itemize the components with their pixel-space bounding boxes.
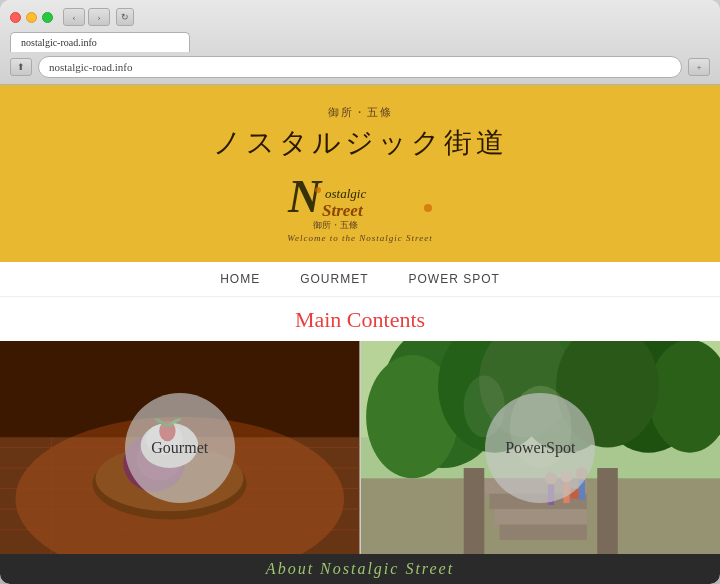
svg-rect-40 bbox=[463, 468, 484, 554]
close-button[interactable] bbox=[10, 12, 21, 23]
gourmet-label[interactable]: Gourmet bbox=[125, 393, 235, 503]
svg-text:N: N bbox=[287, 171, 323, 222]
website-content: 御所・五條 ノスタルジック街道 N ostalgic Street 御所・五條 bbox=[0, 85, 720, 584]
tab-bar: nostalgic-road.info bbox=[0, 32, 720, 52]
main-contents-title: Main Contents bbox=[0, 297, 720, 341]
svg-point-3 bbox=[315, 187, 321, 193]
main-contents-section: Main Contents bbox=[0, 297, 720, 554]
nav-gourmet[interactable]: GOURMET bbox=[300, 272, 368, 286]
browser-chrome: ‹ › ↻ nostalgic-road.info ⬆ nostalgic-ro… bbox=[0, 0, 720, 85]
minimize-button[interactable] bbox=[26, 12, 37, 23]
browser-window: ‹ › ↻ nostalgic-road.info ⬆ nostalgic-ro… bbox=[0, 0, 720, 584]
share-button[interactable]: ⬆ bbox=[10, 58, 32, 76]
powerspot-label[interactable]: PowerSpot bbox=[485, 393, 595, 503]
site-nav: HOME GOURMET POWER SPOT bbox=[0, 262, 720, 297]
traffic-lights bbox=[10, 12, 53, 23]
svg-text:Street: Street bbox=[322, 201, 364, 220]
nav-home[interactable]: HOME bbox=[220, 272, 260, 286]
bookmark-button[interactable]: + bbox=[688, 58, 710, 76]
logo-area: N ostalgic Street 御所・五條 Welcome to the N… bbox=[20, 170, 700, 243]
url-text: nostalgic-road.info bbox=[49, 61, 132, 73]
about-section: About Nostalgic Street bbox=[0, 554, 720, 584]
powerspot-image-item[interactable]: PowerSpot bbox=[361, 341, 721, 554]
site-subtitle: 御所・五條 bbox=[20, 105, 700, 120]
welcome-text: Welcome to the Nostalgic Street bbox=[287, 233, 432, 243]
site-title: ノスタルジック街道 bbox=[20, 124, 700, 162]
address-bar-row: ⬆ nostalgic-road.info + bbox=[0, 52, 720, 84]
svg-rect-39 bbox=[499, 525, 586, 540]
active-tab[interactable]: nostalgic-road.info bbox=[10, 32, 190, 52]
about-title: About Nostalgic Street bbox=[266, 560, 454, 578]
svg-rect-41 bbox=[597, 468, 618, 554]
logo-svg: N ostalgic Street 御所・五條 bbox=[280, 170, 440, 230]
gourmet-image-item[interactable]: Gourmet bbox=[0, 341, 360, 554]
svg-point-4 bbox=[424, 204, 432, 212]
back-button[interactable]: ‹ bbox=[63, 8, 85, 26]
forward-button[interactable]: › bbox=[88, 8, 110, 26]
address-bar[interactable]: nostalgic-road.info bbox=[38, 56, 682, 78]
nav-items: HOME GOURMET POWER SPOT bbox=[0, 272, 720, 286]
content-images: Gourmet bbox=[0, 341, 720, 554]
nav-buttons: ‹ › bbox=[63, 8, 110, 26]
svg-rect-38 bbox=[494, 509, 586, 524]
reload-button[interactable]: ↻ bbox=[116, 8, 134, 26]
nav-power-spot[interactable]: POWER SPOT bbox=[409, 272, 500, 286]
svg-text:ostalgic: ostalgic bbox=[325, 186, 366, 201]
maximize-button[interactable] bbox=[42, 12, 53, 23]
site-header: 御所・五條 ノスタルジック街道 N ostalgic Street 御所・五條 bbox=[0, 85, 720, 262]
title-bar: ‹ › ↻ bbox=[0, 0, 720, 32]
tab-label: nostalgic-road.info bbox=[21, 37, 97, 48]
svg-text:御所・五條: 御所・五條 bbox=[313, 220, 358, 230]
